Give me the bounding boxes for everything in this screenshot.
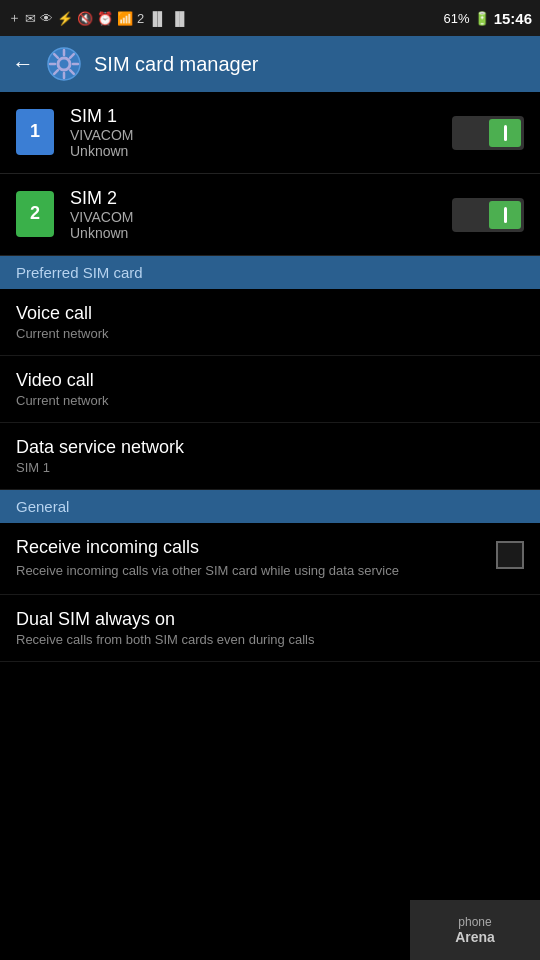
sim2-number: 2 <box>30 203 40 224</box>
email-icon: ✉ <box>25 11 36 26</box>
receive-incoming-text: Receive incoming calls Receive incoming … <box>16 537 496 580</box>
sim2-icon: 2 <box>16 191 56 239</box>
dual-sim-row[interactable]: Dual SIM always on Receive calls from bo… <box>0 595 540 662</box>
general-header: General <box>0 490 540 523</box>
sim1-icon: 1 <box>16 109 56 157</box>
settings-icon <box>46 46 82 82</box>
voice-call-row[interactable]: Voice call Current network <box>0 289 540 356</box>
battery-icon: 🔋 <box>474 11 490 26</box>
preferred-sim-header: Preferred SIM card <box>0 256 540 289</box>
preferred-sim-label: Preferred SIM card <box>16 264 143 281</box>
sim1-toggle[interactable] <box>452 116 524 150</box>
sim2-toggle[interactable] <box>452 198 524 232</box>
video-call-sub: Current network <box>16 393 524 408</box>
sim1-number: 1 <box>30 121 40 142</box>
sim2-carrier: VIVACOM <box>70 209 452 225</box>
dual-sim-title: Dual SIM always on <box>16 609 524 630</box>
status-icons-right: 61% 🔋 15:46 <box>444 10 532 27</box>
voice-call-sub: Current network <box>16 326 524 341</box>
wifi-icon: 📶 <box>117 11 133 26</box>
sim2-name: SIM 2 <box>70 188 452 209</box>
alarm-icon: ⏰ <box>97 11 113 26</box>
video-call-row[interactable]: Video call Current network <box>0 356 540 423</box>
receive-incoming-checkbox[interactable] <box>496 541 524 569</box>
data-service-row[interactable]: Data service network SIM 1 <box>0 423 540 490</box>
receive-incoming-sub: Receive incoming calls via other SIM car… <box>16 562 484 580</box>
sim2-info: SIM 2 VIVACOM Unknown <box>70 188 452 241</box>
dual-sim-sub: Receive calls from both SIM cards even d… <box>16 632 524 647</box>
sim1-status: Unknown <box>70 143 452 159</box>
sim1-toggle-on <box>489 119 521 147</box>
watermark-line2: Arena <box>455 929 495 945</box>
sim1-toggle-bar <box>504 125 507 141</box>
receive-incoming-title: Receive incoming calls <box>16 537 484 558</box>
top-bar: ← SIM card manager <box>0 36 540 92</box>
status-bar: ＋ ✉ 👁 ⚡ 🔇 ⏰ 📶 2 ▐▌ ▐▌ 61% 🔋 15:46 <box>0 0 540 36</box>
watermark-line1: phone <box>458 915 491 929</box>
sim2-row[interactable]: 2 SIM 2 VIVACOM Unknown <box>0 174 540 256</box>
sim2-toggle-on <box>489 201 521 229</box>
sim2-toggle-bar <box>504 207 507 223</box>
video-call-title: Video call <box>16 370 524 391</box>
back-button[interactable]: ← <box>12 51 34 77</box>
mute-icon: 🔇 <box>77 11 93 26</box>
data-service-title: Data service network <box>16 437 524 458</box>
sim1-name: SIM 1 <box>70 106 452 127</box>
add-icon: ＋ <box>8 9 21 27</box>
signal-icon: ▐▌ <box>148 11 166 26</box>
general-label: General <box>16 498 69 515</box>
sim1-info: SIM 1 VIVACOM Unknown <box>70 106 452 159</box>
sim2-indicator: 2 <box>137 11 144 26</box>
receive-incoming-row[interactable]: Receive incoming calls Receive incoming … <box>0 523 540 595</box>
status-time: 15:46 <box>494 10 532 27</box>
data-service-sub: SIM 1 <box>16 460 524 475</box>
bluetooth-icon: ⚡ <box>57 11 73 26</box>
voice-call-title: Voice call <box>16 303 524 324</box>
sim1-carrier: VIVACOM <box>70 127 452 143</box>
page-title: SIM card manager <box>94 53 259 76</box>
signal2-icon: ▐▌ <box>171 11 189 26</box>
sim2-status: Unknown <box>70 225 452 241</box>
battery-percent: 61% <box>444 11 470 26</box>
watermark: phone Arena <box>410 900 540 960</box>
eye-icon: 👁 <box>40 11 53 26</box>
status-icons-left: ＋ ✉ 👁 ⚡ 🔇 ⏰ 📶 2 ▐▌ ▐▌ <box>8 9 189 27</box>
sim1-row[interactable]: 1 SIM 1 VIVACOM Unknown <box>0 92 540 174</box>
